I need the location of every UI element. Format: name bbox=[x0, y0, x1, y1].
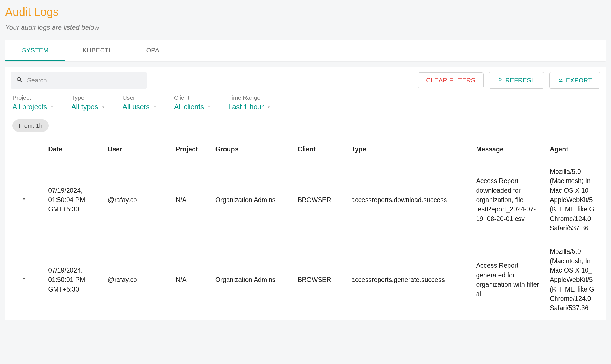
filter-type: Type All types bbox=[71, 94, 105, 111]
download-icon bbox=[557, 76, 564, 84]
cell-message: Access Report downloaded for organizatio… bbox=[473, 160, 546, 240]
filter-time-label: Time Range bbox=[228, 94, 271, 101]
filter-project: Project All projects bbox=[12, 94, 54, 111]
refresh-label: REFRESH bbox=[505, 77, 536, 84]
filter-project-value: All projects bbox=[12, 103, 47, 111]
col-groups: Groups bbox=[212, 139, 294, 160]
filter-user-label: User bbox=[123, 94, 157, 101]
col-message: Message bbox=[473, 139, 546, 160]
filter-user-value: All users bbox=[123, 103, 150, 111]
cell-groups: Organization Admins bbox=[212, 160, 294, 240]
cell-agent: Mozilla/5.0 (Macintosh; In Mac OS X 10_ … bbox=[546, 160, 606, 240]
filter-project-select[interactable]: All projects bbox=[12, 103, 54, 111]
tab-kubectl[interactable]: KUBECTL bbox=[65, 40, 129, 61]
filter-type-value: All types bbox=[71, 103, 98, 111]
filter-client-select[interactable]: All clients bbox=[174, 103, 212, 111]
export-label: EXPORT bbox=[566, 77, 592, 84]
cell-date: 07/19/2024, 01:50:04 PM GMT+5:30 bbox=[45, 160, 104, 240]
table-row: 07/19/2024, 01:50:04 PM GMT+5:30 @rafay.… bbox=[5, 160, 606, 240]
refresh-button[interactable]: REFRESH bbox=[489, 72, 544, 89]
filter-project-label: Project bbox=[12, 94, 54, 101]
cell-client: BROWSER bbox=[294, 160, 348, 240]
log-table: Date User Project Groups Client Type Mes… bbox=[5, 139, 606, 320]
col-type: Type bbox=[348, 139, 473, 160]
cell-project: N/A bbox=[172, 160, 212, 240]
col-agent: Agent bbox=[546, 139, 606, 160]
cell-client: BROWSER bbox=[294, 240, 348, 320]
chevron-down-icon bbox=[20, 194, 28, 205]
export-button[interactable]: EXPORT bbox=[549, 72, 600, 89]
cell-project: N/A bbox=[172, 240, 212, 320]
col-client: Client bbox=[294, 139, 348, 160]
cell-date: 07/19/2024, 01:50:01 PM GMT+5:30 bbox=[45, 240, 104, 320]
filter-user-select[interactable]: All users bbox=[123, 103, 157, 111]
filter-time-value: Last 1 hour bbox=[228, 103, 264, 111]
filter-client: Client All clients bbox=[174, 94, 212, 111]
table-header-row: Date User Project Groups Client Type Mes… bbox=[5, 139, 606, 160]
toolbar: CLEAR FILTERS REFRESH EXPORT bbox=[5, 72, 606, 89]
cell-message: Access Report generated for organization… bbox=[473, 240, 546, 320]
tabs-bar: SYSTEM KUBECTL OPA bbox=[5, 40, 606, 61]
table-row: 07/19/2024, 01:50:01 PM GMT+5:30 @rafay.… bbox=[5, 240, 606, 320]
expand-row-button[interactable] bbox=[20, 194, 28, 205]
refresh-icon bbox=[497, 76, 503, 84]
chevron-down-icon bbox=[153, 103, 157, 111]
chevron-down-icon bbox=[20, 274, 28, 285]
page-subtitle: Your audit logs are listed below bbox=[5, 23, 606, 31]
tab-system[interactable]: SYSTEM bbox=[5, 40, 65, 61]
chevron-down-icon bbox=[101, 103, 106, 111]
cell-agent: Mozilla/5.0 (Macintosh; In Mac OS X 10_ … bbox=[546, 240, 606, 320]
content-card: CLEAR FILTERS REFRESH EXPORT Project All… bbox=[5, 67, 606, 320]
search-icon bbox=[16, 76, 27, 85]
chevron-down-icon bbox=[266, 103, 271, 111]
expand-row-button[interactable] bbox=[20, 274, 28, 285]
search-input[interactable] bbox=[27, 77, 142, 84]
cell-user: @rafay.co bbox=[104, 240, 172, 320]
filter-client-value: All clients bbox=[174, 103, 204, 111]
filters-row: Project All projects Type All types User… bbox=[5, 89, 606, 118]
chevron-down-icon bbox=[207, 103, 211, 111]
tab-opa[interactable]: OPA bbox=[129, 40, 176, 61]
filter-client-label: Client bbox=[174, 94, 212, 101]
cell-type: accessreports.download.success bbox=[348, 160, 473, 240]
search-box[interactable] bbox=[11, 72, 147, 89]
chevron-down-icon bbox=[50, 103, 54, 111]
col-date: Date bbox=[45, 139, 104, 160]
col-project: Project bbox=[172, 139, 212, 160]
filter-type-label: Type bbox=[71, 94, 105, 101]
cell-user: @rafay.co bbox=[104, 160, 172, 240]
cell-groups: Organization Admins bbox=[212, 240, 294, 320]
time-chip[interactable]: From: 1h bbox=[12, 119, 49, 132]
filter-time-select[interactable]: Last 1 hour bbox=[228, 103, 271, 111]
page-title: Audit Logs bbox=[5, 6, 606, 18]
filter-user: User All users bbox=[123, 94, 157, 111]
cell-type: accessreports.generate.success bbox=[348, 240, 473, 320]
col-user: User bbox=[104, 139, 172, 160]
filter-time: Time Range Last 1 hour bbox=[228, 94, 271, 111]
chip-row: From: 1h bbox=[5, 118, 606, 139]
clear-filters-button[interactable]: CLEAR FILTERS bbox=[418, 72, 484, 88]
filter-type-select[interactable]: All types bbox=[71, 103, 105, 111]
